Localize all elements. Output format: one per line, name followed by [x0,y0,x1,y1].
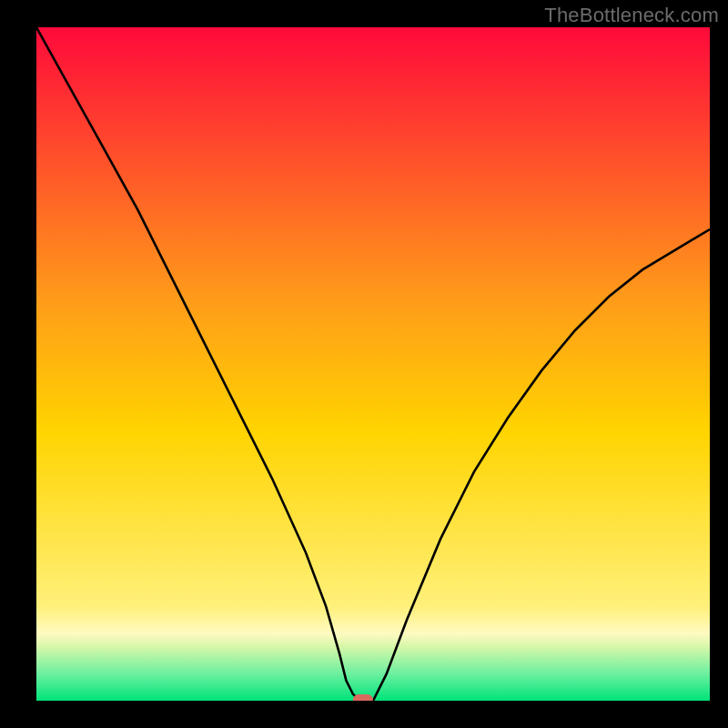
bottleneck-chart-svg [36,27,710,701]
optimum-marker [353,694,373,701]
watermark-label: TheBottleneck.com [544,4,719,27]
chart-frame: TheBottleneck.com [0,0,728,728]
gradient-background [36,27,710,701]
plot-area [36,27,710,701]
